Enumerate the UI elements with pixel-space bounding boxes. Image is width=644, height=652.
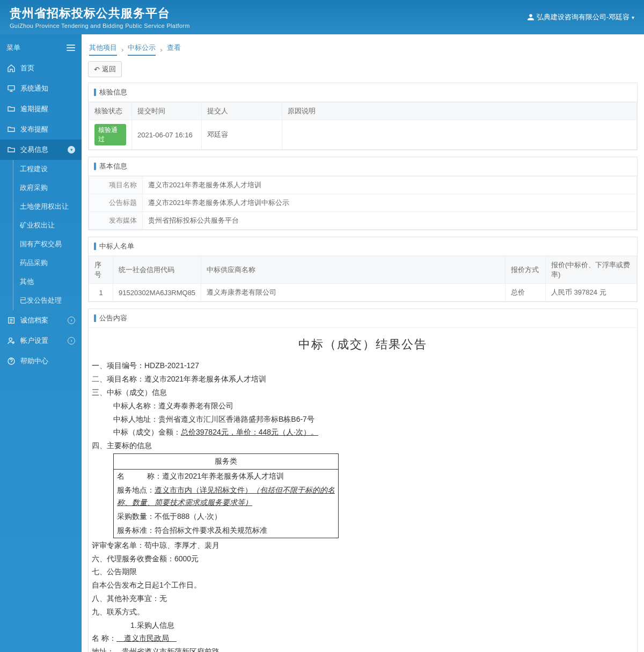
sub-item-mining[interactable]: 矿业权出让 [13, 216, 82, 235]
sub-item-drug[interactable]: 药品采购 [13, 254, 82, 273]
basic-table: 项目名称遵义市2021年养老服务体系人才培训 公告标题遵义市2021年养老服务体… [89, 176, 637, 230]
info-key: 公告标题 [89, 194, 143, 212]
sidebar-item-label: 帐户设置 [20, 336, 48, 346]
cell: 人民币 397824 元 [546, 284, 637, 302]
list-icon [6, 316, 16, 325]
caret-down-icon: ▾ [632, 14, 634, 20]
platform-title: 贵州省招标投标公共服务平台 [10, 5, 190, 21]
sidebar-item-label: 逾期提醒 [20, 104, 48, 114]
text-line: 中标人地址：贵州省遵义市汇川区香港路盛邦帝标B栋B6-7号 [92, 413, 634, 426]
sub-item-engineering[interactable]: 工程建设 [13, 160, 82, 179]
sidebar-item-label: 交易信息 [20, 145, 48, 155]
chevron-down-icon: ▾ [68, 146, 75, 153]
app-header: 贵州省招标投标公共服务平台 GuiZhou Province Tendering… [0, 0, 644, 34]
info-val: 遵义市2021年养老服务体系人才培训 [143, 177, 637, 194]
sidebar-item-label: 诚信档案 [20, 316, 48, 325]
sidebar-item-help[interactable]: 帮助中心 [0, 351, 82, 371]
col-header: 提交时间 [132, 102, 202, 120]
announcement-body: 中标（成交）结果公告 一、项目编号：HDZB-2021-127 二、项目名称：遵… [89, 328, 637, 652]
col-header: 原因说明 [282, 102, 637, 120]
text-line: 二、项目名称：遵义市2021年养老服务体系人才培训 [92, 373, 634, 386]
announcement-heading: 中标（成交）结果公告 [92, 334, 634, 354]
back-button[interactable]: ↶ 返回 [88, 61, 122, 77]
cell: 91520302MA6J3RMQ85 [113, 284, 201, 302]
sidebar-item-publish[interactable]: 发布提醒 [0, 119, 82, 140]
info-val: 遵义市2021年养老服务体系人才培训中标公示 [143, 194, 637, 212]
svg-rect-0 [8, 86, 14, 90]
text-line: 名 称： 遵义市民政局 [92, 632, 634, 645]
text-line: 一、项目编号：HDZB-2021-127 [92, 360, 634, 372]
sub-item-land[interactable]: 土地使用权出让 [13, 197, 82, 216]
sidebar-item-credit[interactable]: 诚信档案 › [0, 310, 82, 331]
breadcrumb-item[interactable]: 查看 [167, 43, 181, 56]
cell: 采购数量：不低于888（人·次） [114, 510, 338, 524]
table-row: 1 91520302MA6J3RMQ85 遵义寿康养老有限公司 总价 人民币 3… [89, 284, 637, 302]
user-icon [527, 13, 535, 21]
bidder-table: 序号 统一社会信用代码 中标供应商名称 报价方式 报价(中标价、下浮率或费率) … [89, 256, 637, 302]
folder-icon [6, 125, 16, 134]
menu-header: 菜单 [0, 38, 82, 58]
cell: 服务类 [114, 454, 338, 470]
sidebar-item-home[interactable]: 首页 [0, 58, 82, 78]
breadcrumb-item[interactable]: 中标公示 [128, 43, 156, 56]
text-line: 地址： 贵州省遵义市新蒲新区府前路 [92, 646, 634, 652]
folder-icon [6, 105, 16, 113]
user-menu[interactable]: 弘典建设咨询有限公司-邓廷容 ▾ [527, 12, 634, 22]
text-line: 自本公告发布之日起1个工作日。 [92, 579, 634, 592]
monitor-icon [6, 84, 16, 93]
platform-subtitle: GuiZhou Province Tendering and Bidding P… [10, 23, 190, 29]
info-key: 项目名称 [89, 177, 143, 194]
content-area: 其他项目 › 中标公示 › 查看 ↶ 返回 核验信息 核验状态 提交时间 提交 [82, 34, 644, 652]
home-icon [6, 64, 16, 72]
user-label: 弘典建设咨询有限公司-邓廷容 [537, 12, 630, 22]
chevron-right-icon: › [160, 46, 162, 54]
chevron-right-icon: › [68, 337, 75, 345]
menu-toggle-icon[interactable] [67, 43, 75, 53]
service-subtable: 服务类 名 称：遵义市2021年养老服务体系人才培训 服务地点：遵义市市内（详见… [113, 453, 339, 538]
sub-item-other[interactable]: 其他 [13, 273, 82, 291]
status-badge: 核验通过 [94, 124, 126, 145]
panel-title-text: 基本信息 [99, 162, 127, 171]
info-key: 发布媒体 [89, 212, 143, 230]
user-settings-icon [6, 336, 16, 345]
panel-title-text: 核验信息 [99, 87, 127, 97]
cell: 2021-06-07 16:16 [132, 120, 202, 150]
underline-text: 总价397824元，单价：448元（人·次）。 [181, 428, 318, 436]
menu-label: 菜单 [6, 43, 20, 53]
sidebar-item-account[interactable]: 帐户设置 › [0, 331, 82, 351]
breadcrumb: 其他项目 › 中标公示 › 查看 [88, 40, 638, 61]
chevron-right-icon: › [121, 46, 123, 54]
sidebar-item-trade[interactable]: 交易信息 ▾ [0, 140, 82, 160]
text-line: 中标（成交）金额：总价397824元，单价：448元（人·次）。 [92, 426, 634, 439]
table-row: 核验通过 2021-06-07 16:16 邓廷容 [89, 120, 637, 150]
sub-item-state[interactable]: 国有产权交易 [13, 235, 82, 254]
panel-notice: 公告内容 中标（成交）结果公告 一、项目编号：HDZB-2021-127 二、项… [88, 309, 638, 652]
text-line: 四、主要标的信息 [92, 439, 634, 452]
cell: 遵义寿康养老有限公司 [201, 284, 506, 302]
cell: 服务标准：符合招标文件要求及相关规范标准 [114, 524, 338, 538]
help-icon [6, 357, 16, 365]
back-button-label: 返回 [102, 64, 116, 74]
panel-bidders: 中标人名单 序号 统一社会信用代码 中标供应商名称 报价方式 报价(中标价、下浮… [88, 237, 638, 302]
breadcrumb-item[interactable]: 其他项目 [89, 43, 117, 56]
panel-verify: 核验信息 核验状态 提交时间 提交人 原因说明 核验通过 2021-06-07 … [88, 83, 638, 150]
sidebar: 菜单 首页 系统通知 逾期提醒 发布提醒 交易信息 ▾ [0, 34, 82, 652]
text-line: 三、中标（成交）信息 [92, 386, 634, 399]
sub-item-gov[interactable]: 政府采购 [13, 179, 82, 197]
panel-title-text: 中标人名单 [99, 241, 134, 251]
sub-item-published[interactable]: 已发公告处理 [13, 291, 82, 310]
text-line: 评审专家名单：苟中琼、李厚才、裴月 [92, 539, 634, 552]
col-header: 序号 [89, 257, 113, 284]
panel-basic: 基本信息 项目名称遵义市2021年养老服务体系人才培训 公告标题遵义市2021年… [88, 157, 638, 230]
panel-title-text: 公告内容 [99, 313, 127, 323]
sidebar-item-label: 帮助中心 [20, 356, 48, 366]
submenu-trade: 工程建设 政府采购 土地使用权出让 矿业权出让 国有产权交易 药品采购 其他 已… [13, 160, 82, 310]
folder-icon [6, 145, 16, 154]
sidebar-item-notice[interactable]: 系统通知 [0, 78, 82, 99]
text-line: 中标人名称：遵义寿泰养老有限公司 [92, 400, 634, 413]
cell: 名 称：遵义市2021年养老服务体系人才培训 [114, 470, 338, 483]
col-header: 核验状态 [89, 102, 132, 120]
cell [282, 120, 637, 150]
cell: 1 [89, 284, 113, 302]
sidebar-item-overdue[interactable]: 逾期提醒 [0, 99, 82, 119]
